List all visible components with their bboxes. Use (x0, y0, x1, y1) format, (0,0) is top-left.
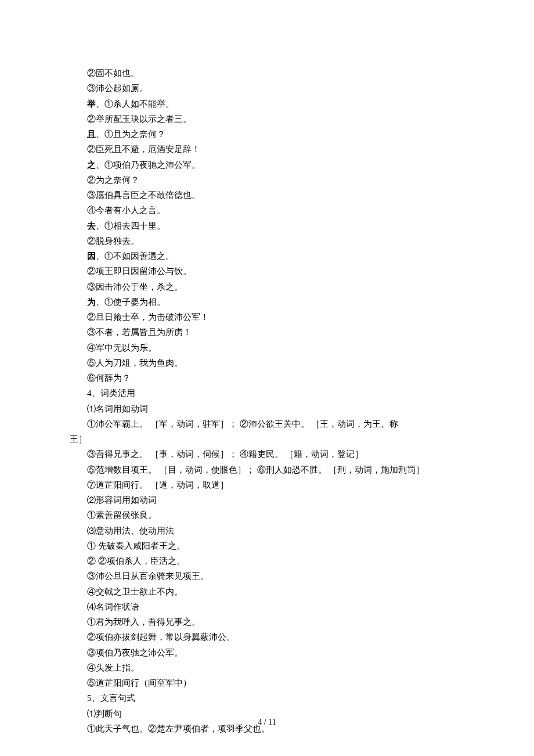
page-footer: 4 / 11 (0, 715, 534, 730)
text-line: ①素善留侯张良。 (70, 507, 464, 523)
text-line: 因、①不如因善遇之。 (70, 249, 464, 264)
line-text: ②为之奈何？ (87, 175, 139, 185)
line-text: ⑤人为刀俎，我为鱼肉。 (87, 358, 183, 368)
page-content: ②固不如也。③沛公起如厕。举、①杀人如不能举。②举所配玉玦以示之者三。且、①且为… (70, 66, 464, 736)
text-line: 4、词类活用 (70, 386, 464, 401)
line-text: 、①使子婴为相。 (96, 297, 165, 307)
line-text: ④头发上指。 (87, 663, 139, 672)
document-page: ②固不如也。③沛公起如厕。举、①杀人如不能举。②举所配玉玦以示之者三。且、①且为… (0, 0, 534, 756)
text-line: 5、文言句式 (70, 690, 464, 705)
line-text: 4、词类活用 (87, 388, 135, 398)
lead-character: 之 (87, 160, 96, 170)
text-line: ② ②项伯杀人，臣活之。 (70, 553, 464, 568)
line-text: ⑤范增数目项王。 ［目，动词，使眼色］； ⑥刑人如恐不胜。 ［刑，动词，施加刑罚… (87, 465, 424, 474)
line-text: ③沛公起如厕。 (87, 84, 148, 93)
line-text: ⑴名词用如动词 (87, 404, 148, 413)
text-line: ①君为我呼入，吾得兄事之。 (70, 614, 464, 629)
lead-character: 举 (87, 99, 96, 109)
text-line: ③不者，若属皆且为所虏！ (70, 325, 464, 340)
text-line: ⑷名词作状语 (70, 599, 464, 614)
text-line: ④军中无以为乐。 (70, 340, 464, 355)
line-text: ② ②项伯杀人，臣活之。 (87, 556, 185, 566)
text-line: ③愿伯具言臣之不敢倍德也。 (70, 188, 464, 203)
line-text: ①沛公军霸上。 ［军，动词，驻军］； ②沛公欲王关中。 ［王，动词，为王、称 (87, 419, 398, 429)
text-line: ②项伯亦拔剑起舞，常以身翼蔽沛公。 (70, 629, 464, 645)
text-line: ①沛公军霸上。 ［军，动词，驻军］； ②沛公欲王关中。 ［王，动词，为王、称 (70, 416, 464, 431)
text-line: 举、①杀人如不能举。 (70, 96, 464, 111)
line-text: ⑦道芷阳间行。 ［道，动词，取道］ (87, 480, 229, 489)
text-line: ⑵形容词用如动词 (70, 492, 464, 507)
text-line: ②为之奈何？ (70, 172, 464, 188)
line-text: ②项王即日因留沛公与饮。 (87, 267, 192, 276)
text-line: ②固不如也。 (70, 66, 464, 81)
text-line: ②脱身独去。 (70, 233, 464, 249)
text-line: ① 先破秦入咸阳者王之。 (70, 538, 464, 553)
text-line: ②旦日飨士卒，为击破沛公军！ (70, 309, 464, 325)
text-line: ⑤人为刀俎，我为鱼肉。 (70, 355, 464, 370)
line-text: ③因击沛公于坐，杀之。 (87, 282, 183, 291)
text-line: ④今者有小人之言。 (70, 203, 464, 218)
line-text: 5、文言句式 (87, 693, 135, 703)
line-text: ⑥何辞为？ (87, 373, 131, 383)
line-text: ②旦日飨士卒，为击破沛公军！ (87, 312, 209, 322)
text-line: ⑦道芷阳间行。 ［道，动词，取道］ (70, 477, 464, 492)
text-line: ④交戟之卫士欲止不内。 (70, 584, 464, 599)
text-line: ⑤道芷阳间行（间至军中） (70, 675, 464, 690)
line-text: 、①项伯乃夜驰之沛公军。 (96, 160, 200, 170)
line-text: 、①不如因善遇之。 (96, 251, 174, 261)
line-text: 、①杀人如不能举。 (96, 99, 174, 109)
line-text: ③沛公旦日从百余骑来见项王。 (87, 571, 209, 581)
text-line: ③沛公旦日从百余骑来见项王。 (70, 568, 464, 584)
text-line: 王］ (70, 431, 464, 447)
text-line: ③沛公起如厕。 (70, 81, 464, 96)
line-text: ⑵形容词用如动词 (87, 495, 157, 505)
text-line: ②项王即日因留沛公与饮。 (70, 264, 464, 279)
line-text: 、①且为之奈何？ (96, 129, 165, 139)
line-text: 、①相去四十里。 (96, 221, 165, 231)
text-line: 之、①项伯乃夜驰之沛公军。 (70, 157, 464, 172)
line-text: ④交戟之卫士欲止不内。 (87, 587, 183, 596)
line-text: ④军中无以为乐。 (87, 343, 157, 352)
line-text: ②举所配玉玦以示之者三。 (87, 114, 192, 124)
lead-character: 去 (87, 221, 96, 231)
line-text: ②脱身独去。 (87, 236, 139, 246)
lead-character: 因 (87, 251, 96, 261)
text-line: ②举所配玉玦以示之者三。 (70, 111, 464, 127)
line-text: ① 先破秦入咸阳者王之。 (87, 541, 185, 550)
text-line: ⑤范增数目项王。 ［目，动词，使眼色］； ⑥刑人如恐不胜。 ［刑，动词，施加刑罚… (70, 462, 464, 477)
line-text: ②固不如也。 (87, 69, 139, 78)
text-line: ②臣死且不避，厄酒安足辞！ (70, 142, 464, 157)
lead-character: 且 (87, 129, 96, 139)
text-line: ⑥何辞为？ (70, 370, 464, 386)
line-text: ③项伯乃夜驰之沛公军。 (87, 648, 183, 657)
line-text: ⑷名词作状语 (87, 602, 139, 611)
lead-character: 为 (87, 297, 96, 307)
text-line: 且、①且为之奈何？ (70, 127, 464, 142)
line-text: ⑶意动用法、使动用法 (87, 526, 174, 535)
text-line: ④头发上指。 (70, 660, 464, 675)
text-line: ③项伯乃夜驰之沛公军。 (70, 645, 464, 660)
line-text: ⑤道芷阳间行（间至军中） (87, 678, 192, 687)
line-text: ①素善留侯张良。 (87, 510, 157, 520)
line-text: ③愿伯具言臣之不敢倍德也。 (87, 190, 200, 200)
text-line: 去、①相去四十里。 (70, 218, 464, 233)
line-text: ②臣死且不避，厄酒安足辞！ (87, 145, 200, 154)
line-text: ②项伯亦拔剑起舞，常以身翼蔽沛公。 (87, 632, 235, 642)
text-line: ③因击沛公于坐，杀之。 (70, 279, 464, 294)
text-line: ⑶意动用法、使动用法 (70, 523, 464, 538)
text-line: 为、①使子婴为相。 (70, 294, 464, 309)
line-text: ④今者有小人之言。 (87, 206, 165, 215)
text-line: ⑴名词用如动词 (70, 401, 464, 416)
line-text: ③吾得兄事之。 ［事，动词，伺候］； ④籍吏民。 ［籍，动词，登记］ (87, 449, 363, 459)
line-text: ③不者，若属皆且为所虏！ (87, 327, 192, 337)
line-text: 王］ (70, 434, 87, 444)
line-text: ①君为我呼入，吾得兄事之。 (87, 617, 200, 627)
text-line: ③吾得兄事之。 ［事，动词，伺候］； ④籍吏民。 ［籍，动词，登记］ (70, 447, 464, 462)
